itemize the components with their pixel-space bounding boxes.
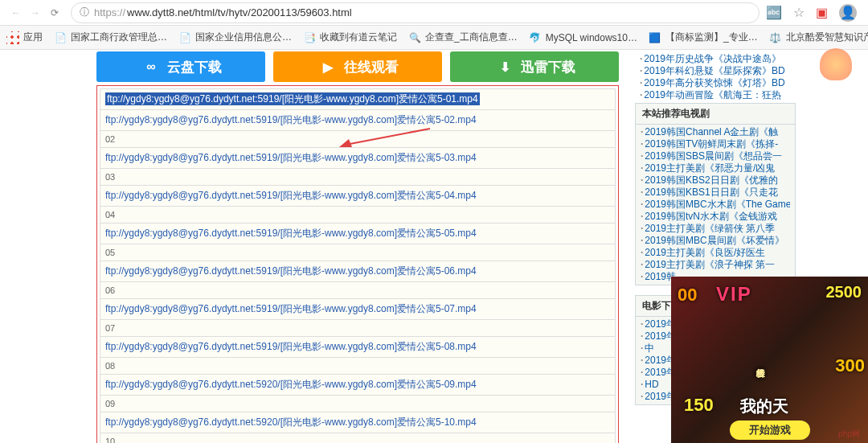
cloud-icon: ∞ bbox=[140, 55, 162, 78]
watermark: php网 bbox=[838, 429, 860, 440]
sidebar-link[interactable]: 2019年科幻悬疑《星际探索》BD bbox=[644, 65, 784, 76]
reload-button[interactable]: ⟳ bbox=[45, 3, 64, 23]
sidebar-link[interactable]: 2019韩国tvN水木剧《金钱游戏 bbox=[645, 211, 777, 222]
sidebar-tv-box: 本站推荐电视剧 2019韩国Channel A金土剧《触2019韩国TV朝鲜周末… bbox=[635, 103, 796, 285]
download-link[interactable]: ftp://ygdy8:ygdy8@yg76.dydytt.net:5920/[… bbox=[105, 379, 477, 390]
ad-text: VIP bbox=[716, 283, 752, 306]
bookmark-item[interactable]: 🟦【商标监测】_专业… bbox=[649, 31, 758, 44]
url-text: www.dytt8.net/html/tv/hytv/20200113/5960… bbox=[127, 6, 352, 18]
sidebar-link[interactable]: 2019韩国TV朝鲜周末剧《拣择- bbox=[645, 138, 778, 150]
download-list-box: ftp://ygdy8:ygdy8@yg76.dydytt.net:5919/[… bbox=[96, 85, 619, 443]
online-watch-button[interactable]: ▶往线观看 bbox=[273, 51, 442, 82]
page-icon: 📄 bbox=[54, 31, 67, 44]
back-button[interactable]: ← bbox=[6, 3, 26, 23]
sidebar-link[interactable]: 2019韩国Channel A金土剧《触 bbox=[645, 126, 778, 137]
sidebar-link[interactable]: 2019韩国MBC晨间剧《坏爱情》 bbox=[645, 235, 784, 246]
bookmark-label: 北京酷爱智慧知识产… bbox=[786, 31, 868, 44]
button-label: 云盘下载 bbox=[167, 58, 222, 76]
forward-button[interactable]: → bbox=[26, 3, 45, 23]
bookmark-label: 【商标监测】_专业… bbox=[665, 31, 758, 44]
star-icon[interactable]: ☆ bbox=[793, 5, 805, 20]
info-icon[interactable]: ⓘ bbox=[80, 6, 89, 19]
bookmark-item[interactable]: ⚖️北京酷爱智慧知识产… bbox=[769, 31, 868, 44]
profile-avatar[interactable]: 👤 bbox=[839, 4, 857, 22]
address-bar[interactable]: ⓘ https:// www.dytt8.net/html/tv/hytv/20… bbox=[71, 2, 760, 23]
bookmark-item[interactable]: 📄国家企业信用信息公… bbox=[178, 31, 292, 44]
sidebar-link[interactable]: 中 bbox=[645, 343, 654, 354]
button-label: 往线观看 bbox=[344, 58, 399, 76]
sidebar-link[interactable]: 2019韩国MBC水木剧《The Game bbox=[645, 199, 790, 210]
row-number: 07 bbox=[100, 320, 616, 337]
bookmark-label: 收藏到有道云笔记 bbox=[320, 31, 397, 44]
bookmark-item[interactable]: 📄国家工商行政管理总… bbox=[54, 31, 167, 44]
browser-mascot-icon bbox=[820, 48, 852, 80]
row-number: 09 bbox=[100, 396, 616, 412]
sidebar-tv-item: 2019主打美剧《良医/好医生 bbox=[641, 247, 790, 259]
download-link[interactable]: ftp://ygdy8:ygdy8@yg76.dydytt.net:5919/[… bbox=[105, 114, 477, 125]
sidebar-top-list: 2019年历史战争《决战中途岛》2019年科幻悬疑《星际探索》BD2019年高分… bbox=[635, 51, 796, 103]
ad-text: 我的天 bbox=[740, 396, 788, 417]
page-icon: 📄 bbox=[178, 31, 191, 44]
download-link[interactable]: ftp://ygdy8:ygdy8@yg76.dydytt.net:5919/[… bbox=[105, 190, 477, 201]
ad-text: 300 bbox=[835, 355, 865, 376]
download-link-cell: ftp://ygdy8:ygdy8@yg76.dydytt.net:5919/[… bbox=[100, 261, 616, 282]
sidebar-link[interactable]: HD bbox=[645, 379, 658, 390]
sidebar-tv-title: 本站推荐电视剧 bbox=[636, 104, 795, 125]
download-link[interactable]: ftp://ygdy8:ygdy8@yg76.dydytt.net:5919/[… bbox=[105, 92, 480, 105]
sidebar-link[interactable]: 2019韩国SBS晨间剧《想品尝一 bbox=[645, 150, 782, 162]
sidebar-link[interactable]: 2019主打美剧《邪恶力量/凶鬼 bbox=[645, 162, 775, 174]
apps-menu[interactable]: 应用 bbox=[6, 31, 43, 44]
page-icon: 🟦 bbox=[649, 31, 661, 44]
ad-text: 150 bbox=[684, 395, 714, 416]
url-protocol: https:// bbox=[94, 6, 125, 18]
thunder-icon: ⬇ bbox=[493, 55, 516, 78]
sidebar-tv-item: 2019韩国tvN水木剧《金钱游戏 bbox=[641, 211, 790, 223]
floating-ad[interactable]: 00 VIP 2500 300 150 终极传 我的天 开始游戏 bbox=[671, 277, 868, 443]
cloud-download-button[interactable]: ∞云盘下载 bbox=[96, 51, 265, 82]
ad-text: 2500 bbox=[826, 283, 862, 301]
sidebar-link[interactable]: 2019主打美剧《良医/好医生 bbox=[645, 247, 765, 258]
bookmark-label: MySQL windows10… bbox=[546, 32, 637, 43]
row-number: 05 bbox=[100, 244, 616, 261]
sidebar-link[interactable]: 2019韩国KBS2日日剧《优雅的 bbox=[645, 174, 777, 186]
note-icon: 📑 bbox=[303, 31, 316, 44]
download-link[interactable]: ftp://ygdy8:ygdy8@yg76.dydytt.net:5919/[… bbox=[105, 303, 477, 314]
download-link-cell: ftp://ygdy8:ygdy8@yg76.dydytt.net:5919/[… bbox=[100, 299, 616, 320]
bookmark-item[interactable]: 📑收藏到有道云笔记 bbox=[303, 31, 397, 44]
sidebar-tv-item: 2019韩国TV朝鲜周末剧《拣择- bbox=[641, 138, 790, 150]
translate-icon[interactable]: 🔤 bbox=[766, 5, 782, 20]
sidebar-tv-item: 2019韩国Channel A金土剧《触 bbox=[641, 126, 790, 138]
download-link[interactable]: ftp://ygdy8:ygdy8@yg76.dydytt.net:5919/[… bbox=[105, 152, 477, 163]
download-link-cell: ftp://ygdy8:ygdy8@yg76.dydytt.net:5920/[… bbox=[100, 412, 616, 433]
download-link[interactable]: ftp://ygdy8:ygdy8@yg76.dydytt.net:5919/[… bbox=[105, 341, 477, 352]
download-link-cell: ftp://ygdy8:ygdy8@yg76.dydytt.net:5919/[… bbox=[100, 89, 616, 110]
download-link[interactable]: ftp://ygdy8:ygdy8@yg76.dydytt.net:5920/[… bbox=[105, 416, 477, 428]
search-icon: 🔍 bbox=[408, 31, 421, 44]
download-link-cell: ftp://ygdy8:ygdy8@yg76.dydytt.net:5919/[… bbox=[100, 337, 616, 358]
download-link-cell: ftp://ygdy8:ygdy8@yg76.dydytt.net:5919/[… bbox=[100, 186, 616, 207]
download-link-cell: ftp://ygdy8:ygdy8@yg76.dydytt.net:5919/[… bbox=[100, 110, 616, 131]
ad-text: 00 bbox=[678, 285, 697, 306]
shield-icon[interactable]: ▣ bbox=[816, 5, 828, 20]
bookmark-item[interactable]: 🔍企查查_工商信息查… bbox=[408, 31, 518, 44]
sidebar-link[interactable]: 2019韩国KBS1日日剧《只走花 bbox=[645, 187, 777, 198]
sidebar-link[interactable]: 2019主打美剧《浪子神探 第一 bbox=[645, 259, 775, 270]
apps-icon bbox=[6, 31, 19, 44]
sidebar-top-item: 2019年历史战争《决战中途岛》 bbox=[640, 53, 791, 65]
page-icon: ⚖️ bbox=[769, 31, 782, 44]
thunder-download-button[interactable]: ⬇迅雷下载 bbox=[450, 51, 619, 82]
sidebar-link[interactable]: 2019年高分获奖惊悚《灯塔》BD bbox=[644, 77, 784, 88]
ad-play-button[interactable]: 开始游戏 bbox=[730, 420, 810, 440]
sidebar-tv-item: 2019主打美剧《邪恶力量/凶鬼 bbox=[641, 162, 790, 174]
bookmark-label: 国家工商行政管理总… bbox=[71, 31, 167, 44]
download-link[interactable]: ftp://ygdy8:ygdy8@yg76.dydytt.net:5919/[… bbox=[105, 265, 477, 277]
bookmark-item[interactable]: 🐬MySQL windows10… bbox=[529, 31, 637, 44]
bookmark-label: 应用 bbox=[23, 31, 43, 44]
download-link[interactable]: ftp://ygdy8:ygdy8@yg76.dydytt.net:5919/[… bbox=[105, 228, 477, 239]
browser-toolbar: ← → ⟳ ⓘ https:// www.dytt8.net/html/tv/h… bbox=[0, 0, 868, 26]
sidebar-tv-list: 2019韩国Channel A金土剧《触2019韩国TV朝鲜周末剧《拣择-201… bbox=[636, 125, 795, 285]
sidebar-link[interactable]: 2019年历史战争《决战中途岛》 bbox=[644, 53, 781, 64]
sidebar-link[interactable]: 2019主打美剧《绿箭侠 第八季 bbox=[645, 223, 775, 234]
sidebar-link[interactable]: 2019年动画冒险《航海王：狂热 bbox=[644, 89, 781, 100]
download-link-cell: ftp://ygdy8:ygdy8@yg76.dydytt.net:5919/[… bbox=[100, 148, 616, 169]
